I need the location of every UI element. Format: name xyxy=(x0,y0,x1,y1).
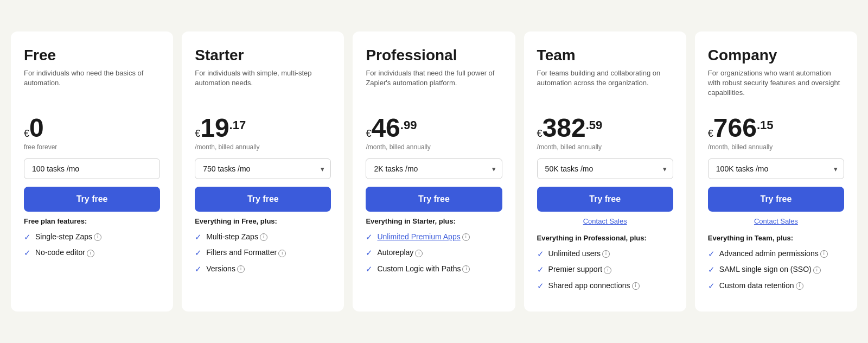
feature-item-professional-0: ✓Unlimited Premium Appsi xyxy=(366,232,502,243)
feature-text-company-1: SAML single sign on (SSO)i xyxy=(719,264,821,275)
contact-sales-link-company[interactable]: Contact Sales xyxy=(708,217,844,225)
plan-desc-starter: For individuals with simple, multi-step … xyxy=(195,68,331,106)
plan-desc-free: For individuals who need the basics of a… xyxy=(24,68,160,106)
info-icon-team-0[interactable]: i xyxy=(602,250,610,258)
price-period-starter: /month, billed annually xyxy=(195,143,331,151)
features-label-company: Everything in Team, plus: xyxy=(708,234,844,242)
feature-text-company-2: Custom data retentioni xyxy=(719,281,803,291)
feature-text-team-0: Unlimited usersi xyxy=(548,249,610,259)
try-free-button-starter[interactable]: Try free xyxy=(195,187,331,212)
feature-item-team-2: ✓Shared app connectionsi xyxy=(537,281,673,291)
features-label-free: Free plan features: xyxy=(24,217,160,225)
feature-text-team-1: Premier supporti xyxy=(548,264,612,275)
price-currency-free: € xyxy=(24,128,29,139)
info-icon-company-1[interactable]: i xyxy=(813,266,821,274)
feature-text-professional-0: Unlimited Premium Appsi xyxy=(377,232,469,243)
info-icon-free-0[interactable]: i xyxy=(94,233,101,241)
price-decimal-team: .59 xyxy=(586,118,603,132)
feature-item-team-0: ✓Unlimited usersi xyxy=(537,249,673,259)
feature-item-company-0: ✓Advanced admin permissionsi xyxy=(708,249,844,259)
task-selector-company[interactable]: 100K tasks /mo xyxy=(708,158,844,179)
info-icon-professional-0[interactable]: i xyxy=(462,233,470,241)
task-selector-team[interactable]: 50K tasks /mo xyxy=(537,158,673,179)
price-row-starter: €19.17 xyxy=(195,115,331,141)
plan-card-starter: StarterFor individuals with simple, mult… xyxy=(182,31,344,312)
plan-name-team: Team xyxy=(537,47,673,64)
info-icon-company-2[interactable]: i xyxy=(796,282,803,290)
price-period-company: /month, billed annually xyxy=(708,143,844,151)
pricing-grid: FreeFor individuals who need the basics … xyxy=(11,31,857,312)
price-period-professional: /month, billed annually xyxy=(366,143,502,151)
feature-item-starter-0: ✓Multi-step Zapsi xyxy=(195,232,331,243)
info-icon-starter-1[interactable]: i xyxy=(278,250,286,257)
price-currency-company: € xyxy=(708,128,713,139)
feature-text-professional-1: Autoreplayi xyxy=(377,247,423,258)
feature-item-company-1: ✓SAML single sign on (SSO)i xyxy=(708,264,844,275)
feature-text-starter-2: Versionsi xyxy=(206,264,245,275)
info-icon-company-0[interactable]: i xyxy=(820,250,828,258)
task-selector-wrapper-company[interactable]: 100K tasks /mo xyxy=(708,158,844,179)
price-row-team: €382.59 xyxy=(537,115,673,141)
feature-text-free-0: Single-step Zapsi xyxy=(35,232,101,243)
plan-card-team: TeamFor teams building and collaborating… xyxy=(524,31,686,312)
feature-text-free-1: No-code editori xyxy=(35,247,94,258)
price-main-professional: 46 xyxy=(371,115,400,141)
price-decimal-company: .15 xyxy=(757,118,774,132)
task-static-free: 100 tasks /mo xyxy=(24,158,160,179)
check-icon-free-0: ✓ xyxy=(24,232,31,242)
check-icon-company-1: ✓ xyxy=(708,265,715,275)
info-icon-professional-2[interactable]: i xyxy=(462,265,470,273)
task-selector-wrapper-professional[interactable]: 2K tasks /mo xyxy=(366,158,502,179)
plan-desc-professional: For individuals that need the full power… xyxy=(366,68,502,106)
price-period-free: free forever xyxy=(24,143,160,151)
task-selector-starter[interactable]: 750 tasks /mo xyxy=(195,158,331,179)
price-main-starter: 19 xyxy=(200,115,229,141)
price-main-company: 766 xyxy=(713,115,757,141)
check-icon-professional-1: ✓ xyxy=(366,248,373,258)
info-icon-starter-2[interactable]: i xyxy=(237,265,245,273)
price-row-free: €0 xyxy=(24,115,160,141)
price-currency-starter: € xyxy=(195,128,200,139)
plan-card-free: FreeFor individuals who need the basics … xyxy=(11,31,173,312)
info-icon-team-2[interactable]: i xyxy=(632,282,640,290)
feature-link-professional-0[interactable]: Unlimited Premium Apps xyxy=(377,232,460,241)
try-free-button-team[interactable]: Try free xyxy=(537,187,673,212)
info-icon-starter-0[interactable]: i xyxy=(260,233,267,241)
check-icon-team-0: ✓ xyxy=(537,249,544,259)
features-label-professional: Everything in Starter, plus: xyxy=(366,217,502,225)
feature-item-professional-1: ✓Autoreplayi xyxy=(366,247,502,258)
check-icon-company-2: ✓ xyxy=(708,281,715,291)
feature-text-team-2: Shared app connectionsi xyxy=(548,281,640,291)
feature-text-company-0: Advanced admin permissionsi xyxy=(719,249,828,259)
features-label-starter: Everything in Free, plus: xyxy=(195,217,331,225)
check-icon-starter-2: ✓ xyxy=(195,264,202,274)
price-row-company: €766.15 xyxy=(708,115,844,141)
check-icon-professional-2: ✓ xyxy=(366,264,373,274)
price-main-team: 382 xyxy=(542,115,586,141)
price-currency-professional: € xyxy=(366,128,371,139)
info-icon-free-1[interactable]: i xyxy=(87,250,94,257)
info-icon-team-1[interactable]: i xyxy=(604,266,611,274)
feature-item-starter-2: ✓Versionsi xyxy=(195,264,331,275)
price-row-professional: €46.99 xyxy=(366,115,502,141)
task-selector-wrapper-team[interactable]: 50K tasks /mo xyxy=(537,158,673,179)
try-free-button-professional[interactable]: Try free xyxy=(366,187,502,212)
plan-name-professional: Professional xyxy=(366,47,502,64)
plan-desc-team: For teams building and collaborating on … xyxy=(537,68,673,106)
try-free-button-company[interactable]: Try free xyxy=(708,187,844,212)
check-icon-team-2: ✓ xyxy=(537,281,544,291)
plan-name-free: Free xyxy=(24,47,160,64)
check-icon-team-1: ✓ xyxy=(537,265,544,275)
task-selector-professional[interactable]: 2K tasks /mo xyxy=(366,158,502,179)
plan-card-professional: ProfessionalFor individuals that need th… xyxy=(353,31,515,312)
info-icon-professional-1[interactable]: i xyxy=(415,250,423,257)
check-icon-starter-0: ✓ xyxy=(195,232,202,242)
contact-sales-link-team[interactable]: Contact Sales xyxy=(537,217,673,225)
task-selector-wrapper-starter[interactable]: 750 tasks /mo xyxy=(195,158,331,179)
plan-name-company: Company xyxy=(708,47,844,64)
plan-name-starter: Starter xyxy=(195,47,331,64)
feature-text-starter-0: Multi-step Zapsi xyxy=(206,232,267,243)
check-icon-professional-0: ✓ xyxy=(366,232,373,242)
try-free-button-free[interactable]: Try free xyxy=(24,187,160,212)
feature-item-company-2: ✓Custom data retentioni xyxy=(708,281,844,291)
